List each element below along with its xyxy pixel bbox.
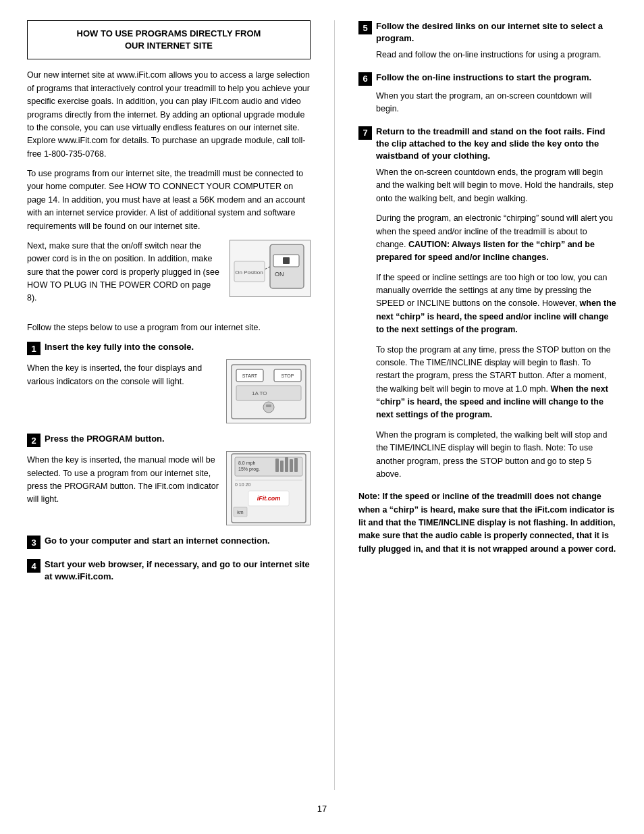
step-7-body-3-normal: If the speed or incline settings are too… [376,273,608,309]
step-2-title: Press the PROGRAM button. [45,433,165,445]
on-position-content: Next, make sure that the on/off switch n… [27,240,311,312]
svg-text:START: START [242,373,257,378]
step-7-header: 7 Return to the treadmill and stand on t… [358,126,617,163]
step-1-number: 1 [27,342,41,355]
svg-text:8.0 mph: 8.0 mph [238,461,255,466]
step-7-number: 7 [358,126,372,140]
step-1-text: When the key is inserted, the four displ… [27,359,219,388]
step-5-number: 5 [358,21,372,34]
step-5-block: 5 Follow the desired links on our intern… [358,20,617,62]
page: HOW TO USE PROGRAMS DIRECTLY FROM OUR IN… [0,0,644,834]
svg-rect-24 [294,458,298,472]
step-2-number: 2 [27,434,41,447]
step-3-title: Go to your computer and start an interne… [45,535,270,547]
on-position-text: Next, make sure that the on/off switch n… [27,240,223,312]
step-2-text: When the key is inserted, the manual mod… [27,451,219,506]
on-position-image: ON On Position [230,240,311,297]
svg-text:1A  TO: 1A TO [252,390,267,396]
step-2-header: 2 Press the PROGRAM button. [27,433,311,447]
svg-rect-23 [290,459,293,472]
console-key-diagram: START STOP 1A TO [226,359,311,423]
step-1-title: Insert the key fully into the console. [45,341,194,353]
svg-text:15% prog.: 15% prog. [238,467,260,472]
step-5-title: Follow the desired links on our internet… [376,20,617,45]
svg-text:STOP: STOP [281,373,294,378]
left-column: HOW TO USE PROGRAMS DIRECTLY FROM OUR IN… [27,20,311,790]
right-column: 5 Follow the desired links on our intern… [358,20,617,790]
svg-text:ON: ON [275,271,284,278]
step-7-body-5: When the program is completed, the walki… [376,429,617,481]
note-bold: Note: If the speed or incline of the tre… [358,490,617,556]
program-console-diagram: 8.0 mph 15% prog. 0 10 20 [226,451,311,525]
column-divider [334,20,335,790]
svg-text:iFit.com: iFit.com [257,495,280,502]
step-7-body-2: During the program, an electronic “chirp… [376,212,617,265]
step-5-header: 5 Follow the desired links on our intern… [358,20,617,45]
step-7-title: Return to the treadmill and stand on the… [376,126,617,163]
intro-paragraph-2: To use programs from our internet site, … [27,167,311,233]
svg-rect-15 [266,405,271,407]
step-2-content: When the key is inserted, the manual mod… [27,451,311,525]
svg-rect-12 [236,386,301,400]
step-6-body: When you start the program, an on-screen… [376,90,617,116]
svg-text:km: km [237,510,244,515]
svg-rect-21 [280,461,284,472]
step-7-body-2-bold: CAUTION: Always listen for the “chirp” a… [376,240,595,262]
svg-text:0        10        20: 0 10 20 [235,482,250,487]
program-console-svg: 8.0 mph 15% prog. 0 10 20 [228,452,309,525]
intro-paragraph-4: Follow the steps below to use a program … [27,321,311,334]
step-6-title: Follow the on-line instructions to start… [376,72,591,84]
console-key-svg: START STOP 1A TO [228,361,309,422]
on-position-block: Next, make sure that the on/off switch n… [27,240,311,312]
svg-rect-2 [283,257,290,264]
step-3-block: 3 Go to your computer and start an inter… [27,535,311,549]
svg-rect-20 [275,459,279,472]
on-position-svg: ON On Position [233,241,307,295]
step-7-body-1: When the on-screen countdown ends, the p… [376,166,617,205]
step-1-block: 1 Insert the key fully into the console.… [27,341,311,423]
intro-paragraph-3: Next, make sure that the on/off switch n… [27,240,223,305]
step-7-body-4: To stop the program at any time, press t… [376,344,617,422]
step-4-block: 4 Start your web browser, if necessary, … [27,558,311,583]
svg-text:On Position: On Position [235,269,263,276]
step-6-header: 6 Follow the on-line instructions to sta… [358,72,617,86]
step-4-number: 4 [27,559,41,573]
step-2-block: 2 Press the PROGRAM button. When the key… [27,433,311,525]
page-number: 17 [27,804,617,814]
step-3-number: 3 [27,536,41,549]
step-4-title: Start your web browser, if necessary, an… [45,558,311,583]
step-1-header: 1 Insert the key fully into the console. [27,341,311,355]
step-3-header: 3 Go to your computer and start an inter… [27,535,311,549]
step-4-header: 4 Start your web browser, if necessary, … [27,558,311,583]
step-7-block: 7 Return to the treadmill and stand on t… [358,126,617,556]
step-7-body-3: If the speed or incline settings are too… [376,271,617,337]
intro-paragraph-1: Our new internet site at www.iFit.com al… [27,69,311,161]
section-header-box: HOW TO USE PROGRAMS DIRECTLY FROM OUR IN… [27,20,311,59]
on-position-diagram: ON On Position [230,240,311,297]
svg-rect-22 [285,457,288,472]
step-1-content: When the key is inserted, the four displ… [27,359,311,423]
section-title: HOW TO USE PROGRAMS DIRECTLY FROM OUR IN… [37,28,300,52]
step-6-number: 6 [358,72,372,86]
step-5-body: Read and follow the on-line instructions… [376,49,617,61]
step-6-block: 6 Follow the on-line instructions to sta… [358,72,617,116]
two-column-layout: HOW TO USE PROGRAMS DIRECTLY FROM OUR IN… [27,20,617,790]
